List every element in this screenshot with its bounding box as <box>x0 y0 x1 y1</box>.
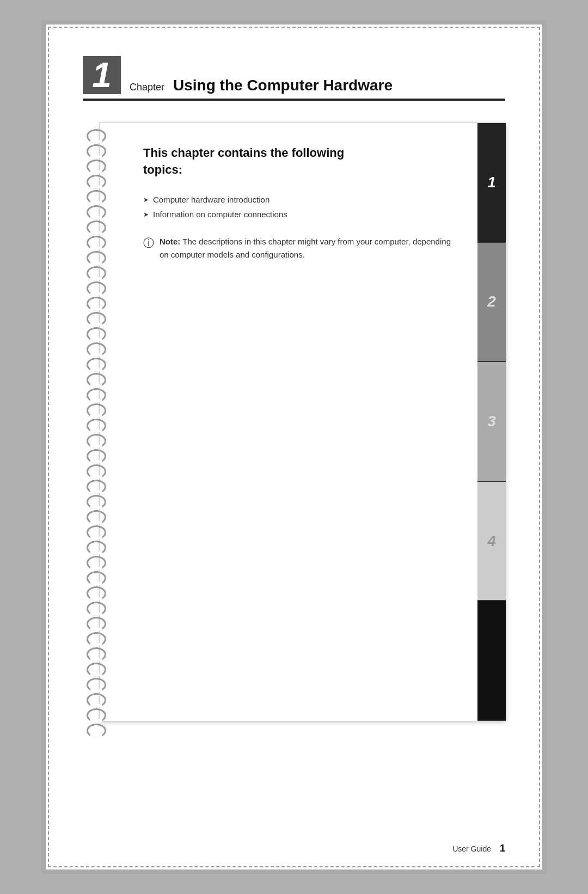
tab-3-label: 3 <box>487 413 496 430</box>
spiral-coil-4 <box>87 175 106 189</box>
note-text: Note: The descriptions in this chapter m… <box>160 235 455 261</box>
tab-4: 4 <box>477 482 506 602</box>
notebook-heading: This chapter contains the following topi… <box>143 145 455 179</box>
spiral-coil-35 <box>87 647 106 662</box>
topic-1-text: Computer hardware introduction <box>153 195 270 204</box>
spiral-coil-17 <box>87 373 106 387</box>
heading-line2: topics: <box>143 163 182 176</box>
spiral-coil-16 <box>87 358 106 372</box>
note-icon: ⓘ <box>143 236 154 250</box>
spiral-coil-22 <box>87 449 106 463</box>
spiral-coil-23 <box>87 464 106 479</box>
spiral-coil-37 <box>87 678 106 692</box>
spiral-coil-7 <box>87 221 106 235</box>
note-label: Note: <box>160 237 180 246</box>
tab-4-label: 4 <box>487 532 496 550</box>
chapter-title: Using the Computer Hardware <box>173 77 393 94</box>
spiral-coil-20 <box>87 419 106 433</box>
spiral-coil-2 <box>87 144 106 158</box>
tab-1: 1 <box>477 123 506 243</box>
notebook-page: 1 2 3 4 This chapter contains the fo <box>99 123 505 721</box>
page: 1 Chapter Using the Computer Hardware <box>44 22 544 872</box>
spiral-coil-29 <box>87 556 106 570</box>
spiral-coil-40 <box>87 724 106 738</box>
tab-1-label: 1 <box>487 174 496 191</box>
tab-2-label: 2 <box>487 293 496 310</box>
spiral-coil-5 <box>87 190 106 204</box>
spiral-coil-24 <box>87 480 106 494</box>
spiral-coil-31 <box>87 586 106 601</box>
spiral-coil-36 <box>87 663 106 677</box>
spiral-coil-13 <box>87 312 106 326</box>
spiral-coil-10 <box>87 266 106 280</box>
page-footer: User Guide 1 <box>452 843 505 854</box>
tab-2: 2 <box>477 243 506 363</box>
list-item-1: Computer hardware introduction <box>143 195 455 204</box>
footer-guide-label: User Guide <box>452 844 491 853</box>
chapter-header: 1 Chapter Using the Computer Hardware <box>83 56 505 94</box>
spiral-coil-14 <box>87 327 106 341</box>
spiral-coil-27 <box>87 525 106 540</box>
spiral-coil-1 <box>87 129 106 143</box>
notebook-container: 1 2 3 4 This chapter contains the fo <box>83 123 505 721</box>
spiral-coil-33 <box>87 617 106 631</box>
chapter-number-box: 1 <box>83 56 121 94</box>
chapter-label-title-group: Chapter Using the Computer Hardware <box>130 77 393 94</box>
spiral-coil-9 <box>87 251 106 265</box>
chapter-number: 1 <box>92 58 112 93</box>
spiral-coil-34 <box>87 632 106 646</box>
heading-line1: This chapter contains the following <box>143 146 344 160</box>
spiral-coil-26 <box>87 510 106 524</box>
chapter-rule <box>83 99 505 101</box>
spiral-coil-30 <box>87 571 106 585</box>
spiral-coil-11 <box>87 281 106 296</box>
spiral-coil-19 <box>87 403 106 418</box>
spiral-coil-15 <box>87 342 106 357</box>
spiral-coil-25 <box>87 495 106 509</box>
footer-page-number: 1 <box>500 843 505 854</box>
notebook-content: This chapter contains the following topi… <box>116 123 476 721</box>
spiral-binding <box>83 123 110 721</box>
spiral-coil-8 <box>87 236 106 250</box>
spiral-coil-12 <box>87 297 106 311</box>
topic-2-text: Information on computer connections <box>153 210 287 219</box>
spiral-coil-39 <box>87 708 106 722</box>
spiral-coil-18 <box>87 388 106 402</box>
spiral-coil-38 <box>87 693 106 707</box>
chapter-label: Chapter <box>130 82 164 93</box>
tab-5 <box>477 601 506 721</box>
tab-strip: 1 2 3 4 <box>477 123 506 721</box>
spiral-coil-21 <box>87 434 106 448</box>
list-item-2: Information on computer connections <box>143 210 455 219</box>
spiral-coil-3 <box>87 160 106 174</box>
spiral-coil-6 <box>87 205 106 219</box>
note-body: The descriptions in this chapter might v… <box>160 237 451 259</box>
topics-list: Computer hardware introduction Informati… <box>143 195 455 219</box>
note-box: ⓘ Note: The descriptions in this chapter… <box>143 235 455 261</box>
spiral-coil-32 <box>87 602 106 616</box>
tab-3: 3 <box>477 362 506 482</box>
spiral-coil-28 <box>87 541 106 555</box>
